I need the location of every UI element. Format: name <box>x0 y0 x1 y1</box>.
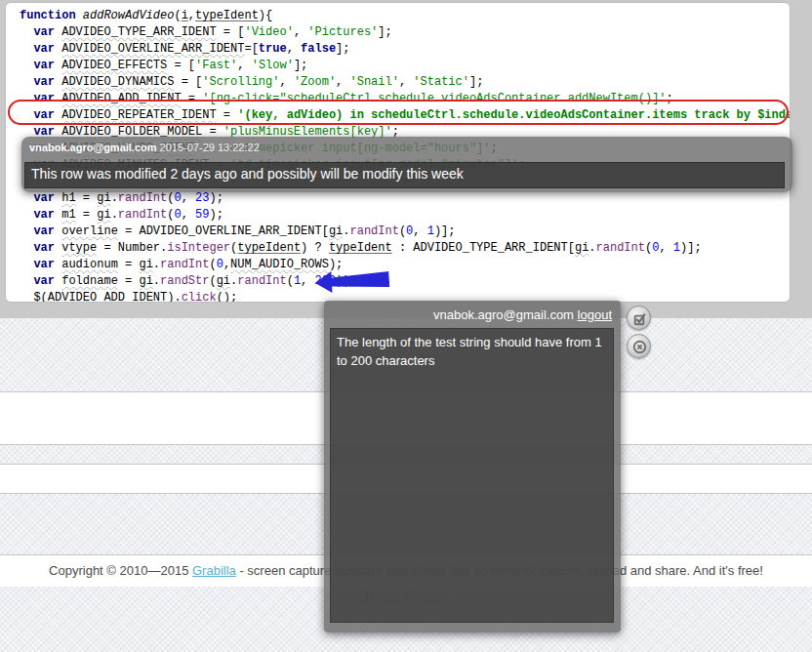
code-line: var m1 = gi.randInt(0, 59); <box>20 207 788 224</box>
tooltip2-header: vnabok.agro@gmail.com logout <box>433 307 612 322</box>
code-line: var overline = ADVIDEO_OVERLINE_ARR_IDEN… <box>20 224 788 240</box>
code-line: function addRowAdVideo(i,typeIdent){ <box>20 8 788 24</box>
tooltip1-email: vnabok.agro@gmail.com <box>29 142 157 153</box>
annotation-tooltip-2: vnabok.agro@gmail.com logout The length … <box>324 301 621 632</box>
top-background: function addRowAdVideo(i,typeIdent){ var… <box>0 0 812 318</box>
tooltip1-header: vnabok.agro@gmail.com 2015-07-29 13:22:2… <box>29 142 260 153</box>
tooltip2-email: vnabok.agro@gmail.com <box>433 307 574 322</box>
page: function addRowAdVideo(i,typeIdent){ var… <box>0 0 812 652</box>
code-line: var h1 = gi.randInt(0, 23); <box>20 190 788 207</box>
tooltip1-message: This row was modified 2 days ago and pos… <box>31 166 464 182</box>
code-line: var ADVIDEO_ADD_IDENT = '[ng-click="sche… <box>20 91 788 107</box>
tooltip2-message-box: The length of the test string should hav… <box>330 328 614 623</box>
code-line: var audionum = gi.randInt(0,NUM_AUDIO_RO… <box>20 257 788 273</box>
confirm-button[interactable] <box>627 306 651 330</box>
code-line: var ADVIDEO_DYNAMICS = ['Scrolling', 'Zo… <box>20 74 788 91</box>
grabilla-link[interactable]: Grabilla <box>192 563 236 578</box>
logout-link[interactable]: logout <box>578 307 612 322</box>
code-line: var foldname = gi.randStr(gi.randInt(1, … <box>20 273 788 290</box>
cancel-button[interactable] <box>627 334 651 358</box>
blue-arrow-left-icon <box>314 267 389 299</box>
code-line: var ADVIDEO_OVERLINE_ARR_IDENT=[true, fa… <box>20 41 788 58</box>
code-line: var ADVIDEO_REPEATER_IDENT = '(key, adVi… <box>20 107 788 124</box>
code-line: var ADVIDEO_TYPE_ARR_IDENT = ['Video', '… <box>20 24 788 41</box>
code-line: var vtype = Number.isInteger(typeIdent) … <box>20 240 788 257</box>
copyright-text: Copyright © 2010—2015 <box>49 563 192 578</box>
tooltip1-timestamp: 2015-07-29 13:22:22 <box>160 142 260 153</box>
annotation-tooltip-1: vnabok.agro@gmail.com 2015-07-29 13:22:2… <box>21 137 792 192</box>
tooltip2-message: The length of the test string should hav… <box>331 329 613 374</box>
code-line: var ADVIDEO_EFFECTS = ['Fast', 'Slow']; <box>20 58 788 74</box>
tooltip1-message-bar: This row was modified 2 days ago and pos… <box>24 162 785 188</box>
